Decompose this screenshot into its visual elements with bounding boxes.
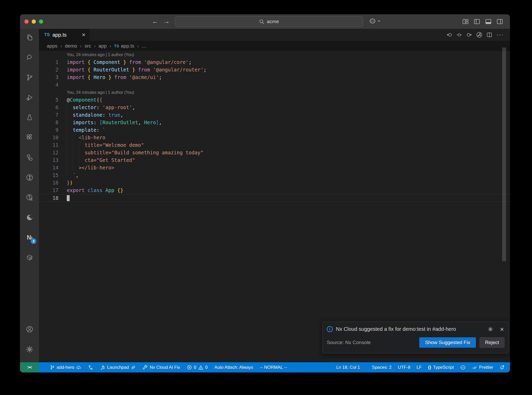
- remote-icon: ><: [28, 365, 32, 370]
- activity-item-settings[interactable]: [20, 342, 39, 357]
- status-item-launchpad[interactable]: Launchpad: [100, 365, 136, 370]
- title-bar: ← → acme: [20, 14, 510, 29]
- breadcrumb-item-[interactable]: …: [142, 43, 147, 49]
- code-line-6: 6 selector: 'app-root',: [39, 104, 510, 111]
- codelens-annotation[interactable]: You, 24 minutes ago | 1 author (You): [67, 89, 134, 96]
- line-number: 8: [39, 119, 58, 126]
- status-item-problems[interactable]: 00: [187, 365, 208, 370]
- activity-item-project-structure[interactable]: [20, 150, 39, 165]
- activity-item-edge-tools[interactable]: [20, 210, 39, 225]
- status-item-language-mode[interactable]: {}TypeScript: [428, 365, 454, 370]
- tab-strip: TS app.ts × ···: [39, 29, 510, 41]
- line-number: 5: [39, 96, 58, 104]
- breadcrumb-item-apps[interactable]: apps: [47, 43, 57, 49]
- nav-position-icon[interactable]: [456, 32, 462, 38]
- commit-graph-circle-icon[interactable]: [476, 32, 482, 38]
- gear-icon[interactable]: [488, 326, 493, 332]
- reject-button[interactable]: Reject: [480, 337, 504, 348]
- codelens-row: You, 24 minutes ago | 1 author (You): [39, 89, 510, 96]
- code-line-2: 2import { RouterOutlet } from '@angular/…: [39, 66, 510, 74]
- code-line-14: 14 ></lib-hero>: [39, 164, 510, 172]
- line-content: subtitle="Build something amazing today": [67, 149, 203, 156]
- status-item-git-branch[interactable]: add-hero: [50, 365, 81, 370]
- vertical-scrollbar[interactable]: [502, 48, 506, 261]
- wrench-icon: [143, 365, 148, 370]
- status-label: Prettier: [479, 365, 493, 370]
- status-item-encoding[interactable]: UTF-8: [398, 365, 410, 370]
- activity-item-nx-console[interactable]: N›3: [20, 230, 39, 245]
- status-item-cursor-position[interactable]: Ln 18, Col 1: [336, 365, 360, 370]
- line-number: 17: [39, 187, 58, 194]
- line-content: import { Component } from '@angular/core…: [67, 58, 192, 66]
- line-number: 12: [39, 149, 58, 156]
- breadcrumb-item-demo[interactable]: demo: [65, 43, 77, 49]
- minimize-window-button[interactable]: [32, 19, 36, 24]
- line-content: selector: 'app-root',: [67, 104, 135, 111]
- typescript-file-icon: TS: [44, 32, 50, 37]
- search-value: acme: [267, 19, 279, 24]
- error-icon: [187, 365, 192, 370]
- breadcrumb-item-app[interactable]: app: [98, 43, 107, 49]
- status-item-notifications[interactable]: [500, 365, 505, 370]
- copilot-icon: [460, 365, 466, 370]
- activity-item-containers[interactable]: [20, 250, 39, 265]
- commit-graph-icon: [88, 365, 93, 370]
- activity-item-accounts[interactable]: [20, 322, 39, 337]
- status-item-commit-graph[interactable]: [88, 365, 93, 370]
- more-actions-icon[interactable]: ···: [496, 31, 504, 38]
- line-content: <lib-hero: [67, 134, 105, 141]
- close-window-button[interactable]: [24, 19, 29, 24]
- line-content: ></lib-hero>: [67, 164, 114, 172]
- nav-back-icon[interactable]: [447, 32, 452, 38]
- remote-indicator[interactable]: ><: [20, 362, 39, 372]
- status-item-copilot[interactable]: [460, 365, 466, 370]
- history-back-button[interactable]: ←: [152, 18, 158, 25]
- split-editor-icon[interactable]: [487, 32, 492, 38]
- line-number: 7: [39, 111, 58, 119]
- activity-item-extensions[interactable]: [20, 130, 39, 145]
- close-icon[interactable]: ×: [82, 32, 85, 37]
- activity-item-search[interactable]: [20, 50, 39, 65]
- status-label: add-hero: [57, 365, 74, 370]
- status-item-vim-mode[interactable]: -- NORMAL --: [260, 365, 287, 370]
- activity-item-gitlens-inspect[interactable]: [20, 190, 39, 205]
- maximize-window-button[interactable]: [39, 19, 43, 24]
- codelens-annotation[interactable]: You, 24 minutes ago | 1 author (You): [67, 51, 134, 58]
- activity-item-explorer[interactable]: [20, 30, 39, 45]
- line-content: cta="Get Started": [67, 156, 135, 164]
- status-item-auto-attach[interactable]: Auto Attach: Always: [214, 365, 253, 370]
- status-label: Ln 18, Col 1: [336, 365, 360, 370]
- breadcrumb-item-appts[interactable]: TSapp.ts: [114, 43, 134, 49]
- status-label: Nx Cloud AI Fix: [150, 365, 180, 370]
- panel-right-icon[interactable]: [496, 18, 503, 25]
- activity-item-run-debug[interactable]: [20, 90, 39, 105]
- breadcrumb-separator: ›: [137, 43, 139, 49]
- breadcrumb-item-src[interactable]: src: [84, 43, 91, 49]
- command-center-search[interactable]: acme: [175, 16, 363, 27]
- double-check-icon: [472, 365, 477, 370]
- activity-item-gitlens[interactable]: [20, 170, 39, 185]
- line-content: export class App {}: [67, 187, 123, 194]
- status-item-eol[interactable]: LF: [417, 365, 422, 370]
- activity-item-testing[interactable]: [20, 110, 39, 125]
- notification-toast: i Nx Cloud suggested a fix for demo:test…: [322, 322, 509, 353]
- nav-forward-icon[interactable]: [466, 32, 472, 38]
- status-item-formatter[interactable]: Prettier: [472, 365, 493, 370]
- panel-bottom-icon[interactable]: [485, 18, 492, 25]
- activity-item-source-control[interactable]: [20, 70, 39, 85]
- code-line-3: 3import { Hero } from '@acme/ui';: [39, 74, 510, 81]
- customize-layout-icon[interactable]: [462, 18, 469, 25]
- code-editor[interactable]: You, 24 minutes ago | 1 author (You)1imp…: [39, 51, 510, 362]
- history-forward-button[interactable]: →: [163, 18, 170, 25]
- breadcrumb-label: …: [142, 43, 147, 49]
- panel-left-icon[interactable]: [474, 18, 480, 25]
- tab-app-ts[interactable]: TS app.ts ×: [39, 29, 90, 41]
- rocket-icon: [100, 365, 105, 370]
- copilot-menu-button[interactable]: [369, 18, 381, 25]
- line-content: @Component({: [67, 96, 102, 104]
- close-icon[interactable]: ×: [500, 326, 504, 332]
- status-item-nx-cloud-ai-fix[interactable]: Nx Cloud AI Fix: [143, 365, 180, 370]
- show-suggested-fix-button[interactable]: Show Suggested Fix: [419, 337, 476, 348]
- cloud-up-icon: [76, 365, 81, 370]
- status-item-indentation[interactable]: Spaces: 2: [372, 365, 392, 370]
